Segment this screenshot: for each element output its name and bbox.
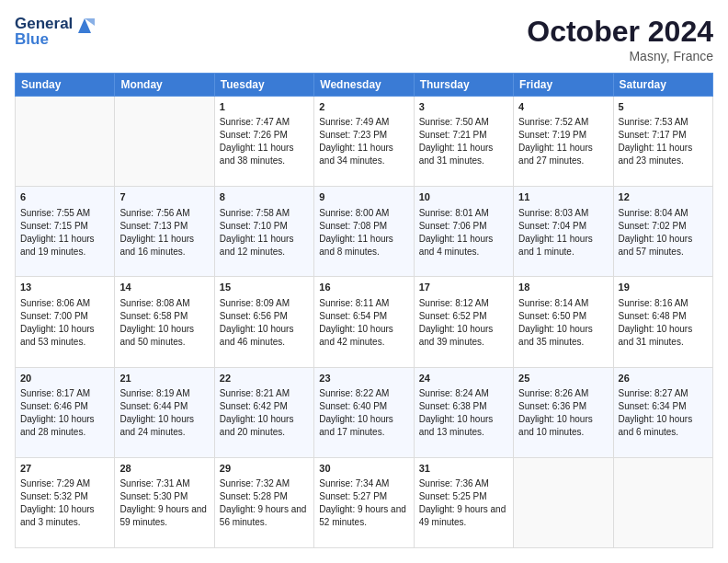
day-info: Daylight: 11 hours and 34 minutes.	[319, 142, 408, 167]
day-info: Sunset: 6:54 PM	[319, 310, 408, 323]
day-number: 24	[419, 372, 508, 385]
day-info: Sunrise: 8:27 AM	[619, 387, 708, 400]
calendar-cell: 10Sunrise: 8:01 AMSunset: 7:06 PMDayligh…	[414, 187, 513, 277]
calendar-cell: 25Sunrise: 8:26 AMSunset: 6:36 PMDayligh…	[514, 367, 613, 457]
calendar-cell: 4Sunrise: 7:52 AMSunset: 7:19 PMDaylight…	[514, 97, 613, 187]
day-number: 27	[20, 462, 109, 476]
calendar-cell: 22Sunrise: 8:21 AMSunset: 6:42 PMDayligh…	[214, 367, 313, 457]
day-info: Daylight: 9 hours and 52 minutes.	[319, 503, 408, 529]
day-info: Sunrise: 8:17 AM	[20, 387, 109, 400]
logo-blue: Blue	[15, 31, 95, 49]
day-info: Daylight: 11 hours and 16 minutes.	[119, 233, 209, 259]
day-number: 17	[419, 281, 508, 294]
day-info: Sunset: 7:02 PM	[619, 220, 708, 233]
day-info: Sunrise: 8:21 AM	[220, 387, 309, 400]
day-info: Sunrise: 7:47 AM	[220, 116, 309, 129]
calendar-cell: 17Sunrise: 8:12 AMSunset: 6:52 PMDayligh…	[414, 277, 513, 367]
calendar-cell: 29Sunrise: 7:32 AMSunset: 5:28 PMDayligh…	[214, 457, 313, 547]
day-info: Daylight: 10 hours and 3 minutes.	[20, 503, 109, 529]
day-info: Sunset: 5:30 PM	[119, 490, 209, 503]
day-info: Sunrise: 8:22 AM	[319, 387, 408, 400]
day-info: Sunrise: 7:36 AM	[419, 477, 508, 490]
header: General Blue October 2024 Masny, France	[15, 15, 713, 63]
day-info: Sunset: 7:04 PM	[518, 220, 608, 233]
day-info: Sunrise: 8:19 AM	[119, 387, 209, 400]
calendar-cell: 7Sunrise: 7:56 AMSunset: 7:13 PMDaylight…	[115, 187, 214, 277]
day-info: Daylight: 11 hours and 12 minutes.	[220, 233, 309, 259]
day-info: Sunset: 6:36 PM	[518, 400, 608, 413]
day-info: Daylight: 10 hours and 46 minutes.	[220, 323, 309, 349]
day-info: Sunrise: 7:55 AM	[20, 207, 109, 220]
day-info: Daylight: 10 hours and 31 minutes.	[619, 323, 708, 349]
day-info: Daylight: 11 hours and 27 minutes.	[518, 142, 608, 167]
day-number: 11	[518, 190, 608, 204]
calendar-cell: 2Sunrise: 7:49 AMSunset: 7:23 PMDaylight…	[314, 97, 414, 187]
calendar-cell	[613, 457, 712, 547]
calendar-week-4: 20Sunrise: 8:17 AMSunset: 6:46 PMDayligh…	[16, 367, 713, 457]
day-info: Sunset: 6:56 PM	[220, 310, 309, 323]
calendar-cell: 19Sunrise: 8:16 AMSunset: 6:48 PMDayligh…	[613, 277, 712, 367]
day-info: Sunset: 7:21 PM	[419, 129, 508, 142]
day-number: 1	[220, 100, 309, 114]
logo-icon	[74, 17, 95, 33]
calendar-cell: 6Sunrise: 7:55 AMSunset: 7:15 PMDaylight…	[16, 187, 115, 277]
calendar-cell: 20Sunrise: 8:17 AMSunset: 6:46 PMDayligh…	[16, 367, 115, 457]
day-number: 20	[20, 372, 109, 385]
calendar-week-2: 6Sunrise: 7:55 AMSunset: 7:15 PMDaylight…	[16, 187, 713, 277]
day-info: Daylight: 11 hours and 19 minutes.	[20, 233, 109, 259]
calendar-cell: 5Sunrise: 7:53 AMSunset: 7:17 PMDaylight…	[613, 97, 712, 187]
day-info: Sunrise: 7:56 AM	[119, 207, 209, 220]
day-info: Sunrise: 7:50 AM	[419, 116, 508, 129]
calendar-cell: 9Sunrise: 8:00 AMSunset: 7:08 PMDaylight…	[314, 187, 414, 277]
day-number: 29	[220, 462, 309, 476]
calendar-cell: 12Sunrise: 8:04 AMSunset: 7:02 PMDayligh…	[613, 187, 712, 277]
day-info: Sunrise: 7:29 AM	[20, 477, 109, 490]
day-info: Sunrise: 7:34 AM	[319, 477, 408, 490]
day-number: 31	[419, 462, 508, 476]
day-number: 2	[319, 100, 408, 114]
day-number: 23	[319, 372, 408, 385]
calendar-cell	[16, 97, 115, 187]
day-info: Sunset: 7:06 PM	[419, 220, 508, 233]
day-info: Sunset: 6:58 PM	[119, 310, 209, 323]
day-info: Sunset: 6:46 PM	[20, 400, 109, 413]
calendar-cell: 14Sunrise: 8:08 AMSunset: 6:58 PMDayligh…	[115, 277, 214, 367]
calendar-header-saturday: Saturday	[613, 74, 712, 97]
calendar-cell: 1Sunrise: 7:47 AMSunset: 7:26 PMDaylight…	[214, 97, 313, 187]
day-info: Daylight: 10 hours and 10 minutes.	[518, 413, 608, 439]
day-info: Daylight: 10 hours and 53 minutes.	[20, 323, 109, 349]
day-info: Sunrise: 8:26 AM	[518, 387, 608, 400]
day-info: Daylight: 10 hours and 20 minutes.	[220, 413, 309, 439]
day-number: 14	[119, 281, 209, 294]
calendar-header-thursday: Thursday	[414, 74, 513, 97]
day-info: Sunrise: 8:04 AM	[619, 207, 708, 220]
calendar-week-3: 13Sunrise: 8:06 AMSunset: 7:00 PMDayligh…	[16, 277, 713, 367]
calendar-cell: 30Sunrise: 7:34 AMSunset: 5:27 PMDayligh…	[314, 457, 414, 547]
day-number: 25	[518, 372, 608, 385]
day-info: Sunset: 6:38 PM	[419, 400, 508, 413]
day-info: Daylight: 11 hours and 1 minute.	[518, 233, 608, 259]
day-number: 19	[619, 281, 708, 294]
day-info: Sunrise: 8:01 AM	[419, 207, 508, 220]
day-info: Sunrise: 8:06 AM	[20, 297, 109, 310]
day-info: Sunrise: 8:16 AM	[619, 297, 708, 310]
calendar-cell	[115, 97, 214, 187]
day-info: Sunset: 7:23 PM	[319, 129, 408, 142]
calendar-cell: 8Sunrise: 7:58 AMSunset: 7:10 PMDaylight…	[214, 187, 313, 277]
day-number: 21	[119, 372, 209, 385]
day-info: Daylight: 11 hours and 4 minutes.	[419, 233, 508, 259]
day-info: Daylight: 10 hours and 57 minutes.	[619, 233, 708, 259]
location: Masny, France	[527, 49, 713, 63]
day-info: Sunset: 7:19 PM	[518, 129, 608, 142]
day-info: Daylight: 10 hours and 50 minutes.	[119, 323, 209, 349]
calendar-header-tuesday: Tuesday	[214, 74, 313, 97]
day-info: Sunrise: 7:52 AM	[518, 116, 608, 129]
day-info: Sunrise: 8:08 AM	[119, 297, 209, 310]
logo: General Blue	[15, 15, 95, 48]
calendar-cell: 31Sunrise: 7:36 AMSunset: 5:25 PMDayligh…	[414, 457, 513, 547]
day-info: Sunset: 7:08 PM	[319, 220, 408, 233]
day-info: Daylight: 9 hours and 49 minutes.	[419, 503, 508, 529]
day-info: Daylight: 10 hours and 42 minutes.	[319, 323, 408, 349]
calendar-header-row: SundayMondayTuesdayWednesdayThursdayFrid…	[16, 74, 713, 97]
day-info: Sunset: 7:00 PM	[20, 310, 109, 323]
